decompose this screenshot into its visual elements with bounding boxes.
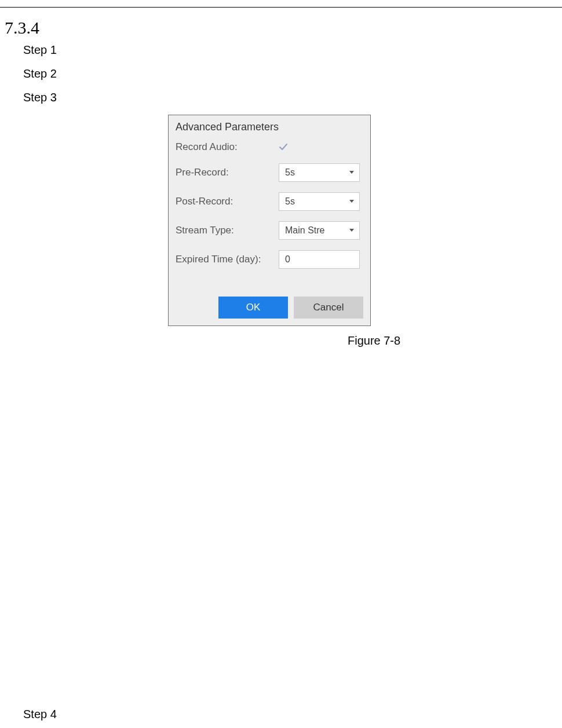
advanced-parameters-dialog: Advanced Parameters Record Audio: Pre-Re… bbox=[168, 115, 371, 326]
pre-record-label: Pre-Record: bbox=[176, 167, 279, 178]
chevron-down-icon bbox=[349, 199, 355, 204]
stream-type-label: Stream Type: bbox=[176, 225, 279, 236]
figure-caption: Figure 7-8 bbox=[348, 334, 562, 347]
step-3: Step 3 bbox=[23, 91, 562, 104]
section-number: 7.3.4 bbox=[5, 18, 562, 38]
row-record-audio: Record Audio: bbox=[176, 141, 363, 153]
top-rule bbox=[0, 7, 562, 8]
step-1: Step 1 bbox=[23, 43, 562, 57]
expired-time-input[interactable]: 0 bbox=[279, 250, 360, 269]
row-expired-time: Expired Time (day): 0 bbox=[176, 250, 363, 269]
step-4: Step 4 bbox=[23, 708, 57, 721]
row-pre-record: Pre-Record: 5s bbox=[176, 163, 363, 182]
ok-button[interactable]: OK bbox=[218, 297, 288, 319]
step-2: Step 2 bbox=[23, 67, 562, 81]
pre-record-value: 5s bbox=[285, 167, 295, 178]
record-audio-label: Record Audio: bbox=[176, 141, 279, 153]
post-record-value: 5s bbox=[285, 196, 295, 207]
expired-time-label: Expired Time (day): bbox=[176, 254, 279, 265]
post-record-label: Post-Record: bbox=[176, 196, 279, 207]
record-audio-checkbox[interactable] bbox=[279, 142, 288, 152]
chevron-down-icon bbox=[349, 228, 355, 233]
pre-record-select[interactable]: 5s bbox=[279, 163, 360, 182]
stream-type-select[interactable]: Main Stre bbox=[279, 221, 360, 240]
expired-time-value: 0 bbox=[285, 254, 290, 265]
dialog-title: Advanced Parameters bbox=[169, 115, 370, 141]
stream-type-value: Main Stre bbox=[285, 225, 324, 236]
row-post-record: Post-Record: 5s bbox=[176, 192, 363, 211]
cancel-button[interactable]: Cancel bbox=[294, 297, 363, 319]
chevron-down-icon bbox=[349, 170, 355, 175]
row-stream-type: Stream Type: Main Stre bbox=[176, 221, 363, 240]
check-icon bbox=[279, 142, 288, 152]
post-record-select[interactable]: 5s bbox=[279, 192, 360, 211]
